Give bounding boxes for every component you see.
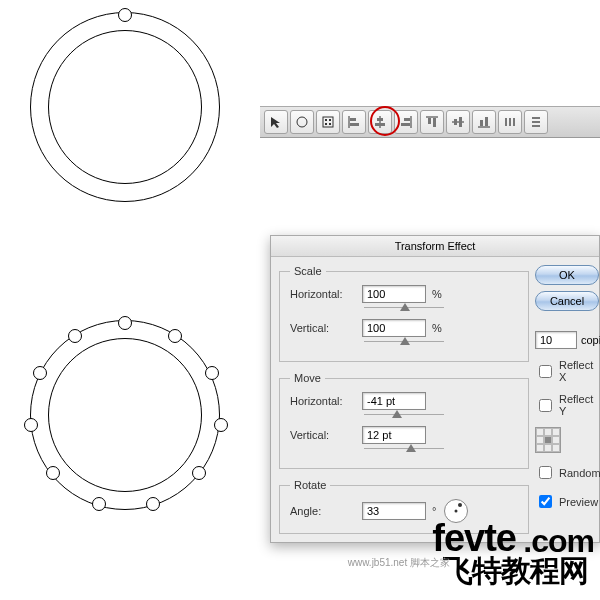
svg-rect-5 <box>329 123 331 125</box>
bead <box>92 497 106 511</box>
bead <box>46 466 60 480</box>
bead-top-single <box>118 8 132 22</box>
move-group: Move Horizontal: Vertical: <box>279 372 529 469</box>
bead <box>214 418 228 432</box>
svg-rect-8 <box>350 123 359 126</box>
svg-rect-19 <box>454 119 457 125</box>
rotate-angle-input[interactable] <box>362 502 426 520</box>
move-legend: Move <box>290 372 325 384</box>
scale-h-label: Horizontal: <box>290 288 362 300</box>
bead <box>118 316 132 330</box>
align-vcenter-icon[interactable] <box>446 110 470 134</box>
rotate-angle-label: Angle: <box>290 505 362 517</box>
svg-point-0 <box>297 117 307 127</box>
svg-rect-20 <box>459 117 462 127</box>
rotate-angle-unit: ° <box>432 505 436 517</box>
scale-v-input[interactable] <box>362 319 426 337</box>
bead <box>146 497 160 511</box>
reflect-x-checkbox[interactable] <box>539 365 552 378</box>
random-label: Random <box>559 467 600 479</box>
move-v-slider[interactable] <box>364 446 444 456</box>
svg-rect-16 <box>428 118 431 124</box>
reflect-y-label: Reflect Y <box>559 393 599 417</box>
svg-rect-10 <box>377 118 383 121</box>
scale-v-unit: % <box>432 322 442 334</box>
bead <box>205 366 219 380</box>
canvas-area <box>0 0 260 600</box>
scale-legend: Scale <box>290 265 326 277</box>
bead <box>168 329 182 343</box>
svg-rect-24 <box>505 118 507 126</box>
move-h-input[interactable] <box>362 392 426 410</box>
copies-label: copies <box>581 334 600 346</box>
scale-v-label: Vertical: <box>290 322 362 334</box>
svg-rect-29 <box>532 125 540 127</box>
align-right-icon[interactable] <box>394 110 418 134</box>
bead <box>192 466 206 480</box>
cancel-button[interactable]: Cancel <box>535 291 599 311</box>
svg-rect-11 <box>375 123 385 126</box>
svg-rect-1 <box>323 117 333 127</box>
move-v-input[interactable] <box>362 426 426 444</box>
ok-button[interactable]: OK <box>535 265 599 285</box>
scale-h-input[interactable] <box>362 285 426 303</box>
svg-rect-2 <box>325 119 327 121</box>
reflect-y-checkbox[interactable] <box>539 399 552 412</box>
svg-rect-25 <box>509 118 511 126</box>
align-left-icon[interactable] <box>342 110 366 134</box>
watermark-line2: 飞特教程网 <box>443 551 588 592</box>
copies-input[interactable] <box>535 331 577 349</box>
distribute-v-icon[interactable] <box>524 110 548 134</box>
svg-rect-17 <box>433 118 436 127</box>
align-hcenter-icon[interactable] <box>368 110 392 134</box>
svg-rect-28 <box>532 121 540 123</box>
scale-h-unit: % <box>432 288 442 300</box>
svg-rect-22 <box>480 120 483 126</box>
align-toolbar <box>260 106 600 138</box>
svg-rect-4 <box>325 123 327 125</box>
move-v-label: Vertical: <box>290 429 362 441</box>
bead <box>33 366 47 380</box>
distribute-h-icon[interactable] <box>498 110 522 134</box>
scale-v-slider[interactable] <box>364 339 444 349</box>
move-h-slider[interactable] <box>364 412 444 422</box>
transform-effect-dialog: Transform Effect Scale Horizontal: % Ver… <box>270 235 600 543</box>
align-top-icon[interactable] <box>420 110 444 134</box>
bead <box>68 329 82 343</box>
align-bottom-icon[interactable] <box>472 110 496 134</box>
origin-grid[interactable] <box>535 427 561 453</box>
svg-rect-23 <box>485 117 488 126</box>
scale-group: Scale Horizontal: % Vertical: % <box>279 265 529 362</box>
svg-rect-27 <box>532 117 540 119</box>
reflect-x-label: Reflect X <box>559 359 599 383</box>
ring-inner-top <box>48 30 202 184</box>
preview-label: Preview <box>559 496 598 508</box>
svg-rect-3 <box>329 119 331 121</box>
align-panel-icon[interactable] <box>316 110 340 134</box>
svg-rect-13 <box>404 118 410 121</box>
svg-rect-26 <box>513 118 515 126</box>
selection-tool-icon[interactable] <box>264 110 288 134</box>
bead <box>24 418 38 432</box>
ring-inner-bottom <box>48 338 202 492</box>
svg-rect-14 <box>401 123 410 126</box>
direct-select-icon[interactable] <box>290 110 314 134</box>
watermark-sub: www.jb51.net 脚本之家 <box>348 556 450 570</box>
move-h-label: Horizontal: <box>290 395 362 407</box>
scale-h-slider[interactable] <box>364 305 444 315</box>
rotate-legend: Rotate <box>290 479 330 491</box>
preview-checkbox[interactable] <box>539 495 552 508</box>
svg-rect-7 <box>350 118 356 121</box>
dialog-title: Transform Effect <box>271 236 599 257</box>
random-checkbox[interactable] <box>539 466 552 479</box>
